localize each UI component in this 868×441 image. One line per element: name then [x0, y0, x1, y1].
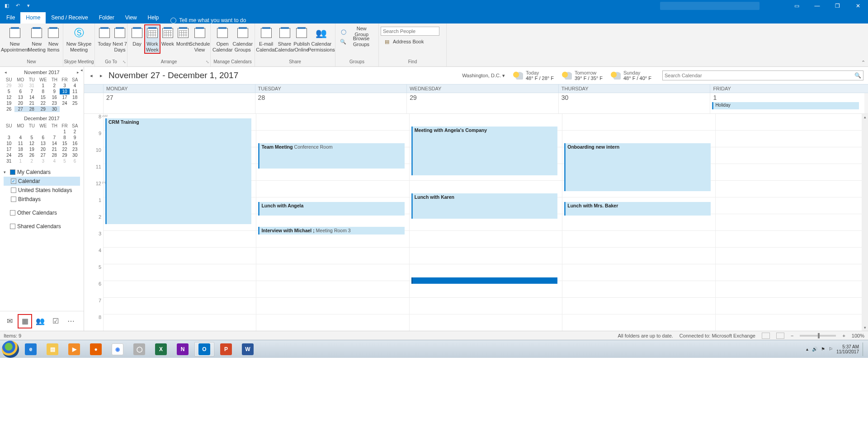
calendar-event[interactable]: Onboarding new intern — [564, 143, 710, 191]
mini-cal-day[interactable]: 9 — [49, 89, 60, 94]
mini-cal-day[interactable]: 6 — [70, 158, 80, 164]
next-month-button[interactable]: ▸ — [77, 70, 79, 75]
mini-cal-day[interactable]: 30 — [14, 83, 27, 89]
tab-view[interactable]: View — [120, 12, 142, 23]
search-people-input[interactable] — [381, 27, 439, 36]
calendar-event[interactable]: Meeting with Angela's Company — [411, 127, 557, 175]
taskbar-chrome[interactable]: ◉ — [108, 342, 127, 357]
allday-event[interactable]: Holiday — [712, 102, 859, 109]
mini-cal-day[interactable]: 11 — [14, 141, 27, 146]
new-items-button[interactable]: New Items — [46, 25, 61, 53]
mini-cal-day[interactable]: 1 — [60, 129, 70, 135]
mini-cal-day[interactable]: 30 — [49, 106, 60, 112]
new-group-button[interactable]: ◯New Group — [337, 27, 377, 37]
prev-week-button[interactable]: ◂ — [89, 73, 94, 79]
mini-cal-day[interactable]: 7 — [27, 89, 37, 94]
minimize-button[interactable]: — — [807, 0, 827, 11]
mini-cal-day[interactable]: 24 — [4, 152, 14, 158]
mini-cal-day[interactable]: 17 — [60, 94, 70, 100]
calendar-item[interactable]: ✓Calendar — [4, 177, 80, 186]
month-button[interactable]: Month — [175, 25, 191, 48]
taskbar-firefox[interactable]: ● — [86, 342, 106, 357]
tab-home[interactable]: Home — [20, 12, 46, 23]
mini-cal-day[interactable] — [4, 129, 14, 135]
taskbar-explorer[interactable]: ▤ — [42, 342, 62, 357]
other-calendars-node[interactable]: Other Calendars — [4, 208, 80, 217]
mini-cal-day[interactable] — [27, 129, 37, 135]
mini-cal-day[interactable]: 20 — [14, 100, 27, 106]
mini-cal-day[interactable]: 22 — [37, 100, 49, 106]
taskbar-media[interactable]: ▶ — [64, 342, 84, 357]
tray-network-icon[interactable]: ⚑ — [821, 347, 825, 352]
mini-cal-day[interactable]: 10 — [60, 89, 70, 94]
my-calendars-node[interactable]: ▾My Calendars — [4, 168, 80, 177]
mini-cal-day[interactable] — [14, 129, 27, 135]
mini-cal-day[interactable]: 20 — [37, 146, 49, 152]
mini-cal-day[interactable]: 21 — [49, 146, 60, 152]
search-calendar[interactable]: 🔍 — [662, 70, 863, 80]
tray-chevron[interactable]: ▴ — [806, 347, 808, 352]
mail-nav-button[interactable]: ✉ — [3, 314, 16, 328]
mini-cal-day[interactable]: 3 — [4, 135, 14, 141]
mini-cal-day[interactable]: 8 — [37, 89, 49, 94]
today-button[interactable]: Today — [97, 25, 112, 48]
calendar-groups-button[interactable]: Calendar Groups — [233, 25, 253, 53]
calendar-event[interactable]: Lunch with Angela — [258, 202, 404, 216]
mini-cal-day[interactable]: 15 — [60, 141, 70, 146]
zoom-slider[interactable] — [800, 335, 836, 337]
mini-cal-day[interactable]: 14 — [27, 94, 37, 100]
mini-cal-day[interactable]: 29 — [4, 83, 14, 89]
tasks-nav-button[interactable]: ☑ — [49, 314, 62, 328]
mini-cal-day[interactable]: 11 — [70, 89, 80, 94]
mini-cal-day[interactable]: 14 — [49, 141, 60, 146]
mini-cal-day[interactable]: 13 — [37, 141, 49, 146]
mini-cal-day[interactable]: 28 — [27, 106, 37, 112]
day-column-mon[interactable]: CRM Training — [103, 114, 256, 331]
date-cell-wed[interactable]: 29 — [406, 93, 558, 113]
day-column-fri[interactable] — [715, 114, 868, 331]
mini-cal-day[interactable]: 17 — [4, 146, 14, 152]
new-appointment-button[interactable]: New Appointment — [2, 25, 28, 53]
arrange-launcher[interactable]: ⤡ — [206, 60, 209, 64]
mini-cal-day[interactable]: 27 — [14, 106, 27, 112]
mini-cal-day[interactable]: 22 — [60, 146, 70, 152]
mini-cal-day[interactable]: 16 — [70, 141, 80, 146]
calendar-event[interactable]: Lunch with Karen — [411, 193, 557, 219]
day-column-tue[interactable]: Team Meeting Conference RoomLunch with A… — [256, 114, 409, 331]
collapse-ribbon-button[interactable]: ⌃ — [861, 60, 865, 66]
vertical-scrollbar[interactable]: ▴ ▾ — [862, 114, 868, 331]
mini-cal-day[interactable]: 5 — [60, 158, 70, 164]
mini-cal-day[interactable]: 12 — [27, 141, 37, 146]
mini-cal-day[interactable]: 5 — [27, 135, 37, 141]
mini-cal-day[interactable]: 6 — [14, 89, 27, 94]
mini-cal-day[interactable]: 18 — [14, 146, 27, 152]
mini-cal-day[interactable]: 29 — [60, 152, 70, 158]
next-7-days-button[interactable]: Next 7 Days — [112, 25, 127, 53]
mini-cal-day[interactable]: 26 — [27, 152, 37, 158]
tray-action-icon[interactable]: ⚐ — [829, 347, 833, 352]
mini-cal-day[interactable] — [70, 106, 80, 112]
mini-cal-day[interactable]: 28 — [49, 152, 60, 158]
browse-groups-button[interactable]: 🔍Browse Groups — [337, 37, 377, 47]
tray-volume-icon[interactable]: 🔊 — [812, 347, 817, 352]
taskbar-ie[interactable]: e — [21, 342, 41, 357]
mini-cal-day[interactable]: 23 — [49, 100, 60, 106]
mini-cal-day[interactable]: 9 — [70, 135, 80, 141]
mini-cal-day[interactable]: 27 — [37, 152, 49, 158]
mini-cal-day[interactable]: 6 — [37, 135, 49, 141]
tab-help[interactable]: Help — [142, 12, 165, 23]
mini-cal-day[interactable]: 4 — [49, 158, 60, 164]
tab-folder[interactable]: Folder — [94, 12, 120, 23]
maximize-button[interactable]: ❐ — [827, 0, 848, 11]
mini-cal-day[interactable]: 3 — [37, 158, 49, 164]
mini-cal-day[interactable]: 8 — [60, 135, 70, 141]
reading-view-button[interactable] — [776, 333, 784, 339]
share-calendar-button[interactable]: Share Calendar — [275, 25, 294, 53]
next-week-button[interactable]: ▸ — [99, 73, 104, 79]
day-column-thu[interactable]: Onboarding new internLunch with Mrs. Bak… — [562, 114, 715, 331]
calendar-event[interactable]: CRM Training — [105, 118, 251, 224]
search-icon[interactable]: 🔍 — [854, 72, 861, 79]
scroll-up-button[interactable]: ▴ — [862, 114, 868, 120]
mini-cal-day[interactable]: 1 — [37, 83, 49, 89]
tab-send-receive[interactable]: Send / Receive — [46, 12, 93, 23]
